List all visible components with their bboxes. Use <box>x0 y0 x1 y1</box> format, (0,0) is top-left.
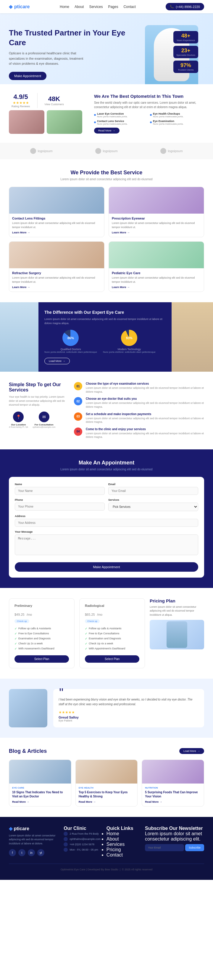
nav-about[interactable]: About <box>75 5 84 9</box>
message-textarea[interactable] <box>15 535 198 555</box>
logo-icon-2 <box>95 148 101 154</box>
footer-link-services[interactable]: Services <box>107 842 139 847</box>
services-select[interactable]: Pick Services <box>108 503 198 511</box>
service-name-4: Eye Examination <box>153 120 183 123</box>
step-icon-consultation: ✉ For Consultation opthalmo@example.com <box>32 412 56 428</box>
service-name-2: Eye Health Checkups <box>153 112 183 115</box>
check-icon: ✓ <box>14 647 17 650</box>
pricing-subtitle: Lorem ipsum dolor sit amet consectetur a… <box>150 605 204 617</box>
email-label: Email <box>108 483 198 486</box>
blog-card-1: Eye Care 10 Signs That Indicates You Nee… <box>9 760 71 807</box>
newsletter-email-input[interactable] <box>145 844 184 851</box>
blog-header: Blog & Articles Load More → <box>9 748 204 754</box>
social-youtube[interactable]: yt <box>37 849 44 856</box>
blog-article-title-3: 5 Surprising Foods That Can Improve Your… <box>145 790 201 799</box>
step-content-2: Choose an eye doctor that suits you Lore… <box>86 397 204 409</box>
appointment-submit-button[interactable]: Make Appointment <box>15 562 198 572</box>
footer-link-contact[interactable]: Contact <box>107 853 139 858</box>
services-subtitle: Lorem ipsum dolor sit amet consectetur a… <box>9 178 204 181</box>
blog-read-more-1[interactable]: Read More → <box>12 800 68 803</box>
learn-more-4[interactable]: Learn More → <box>112 286 201 289</box>
step-desc-1: Lorem ipsum dolor sit amet consectetur a… <box>86 386 204 393</box>
blog-article-title-1: 10 Signs That Indicates You Need to Visi… <box>12 790 68 799</box>
phone-input[interactable] <box>15 503 105 511</box>
service-card-title-1: Contact Lens Fittings <box>12 216 101 220</box>
read-more-button[interactable]: Read More → <box>94 127 120 134</box>
nav-pages[interactable]: Pages <box>108 5 118 9</box>
footer-newsletter-desc: Lorem ipsum dolor sit amet consectetur a… <box>145 831 204 842</box>
nav-services[interactable]: Services <box>89 5 102 9</box>
step-content-3: Set a schedule and make inspection payme… <box>86 412 204 424</box>
service-card-body-2: Prescription Eyewear Lorem ipsum dolor s… <box>109 213 204 237</box>
phone-field-group: Phone <box>15 498 105 511</box>
newsletter-form: Subscribe <box>145 844 204 851</box>
progress-sub-1: Nunc porta eleifend. sollicitudin diam p… <box>44 351 97 353</box>
logo[interactable]: ◆ pticare <box>9 4 30 10</box>
footer-quick-links: Quick Links Home About Services Pricing … <box>107 826 139 858</box>
nav-home[interactable]: Home <box>60 5 69 9</box>
footer-link-pricing[interactable]: Pricing <box>107 847 139 853</box>
rating-score: 4.9/5 <box>9 93 32 101</box>
footer-quick-links-title: Quick Links <box>107 826 139 831</box>
service-card-4: Pediatric Eye Care Lorem ipsum dolor sit… <box>109 241 204 292</box>
service-card-title-2: Prescription Eyewear <box>112 216 201 220</box>
social-twitter[interactable]: t <box>18 849 26 856</box>
logo-diamond: ◆ <box>9 4 13 10</box>
services-cards-grid: Contact Lens Fittings Lorem ipsum dolor … <box>9 187 204 292</box>
hero-description: Opticare is a professional healthcare cl… <box>9 51 86 67</box>
phone-number: (+44) 8996-2220 <box>176 5 200 9</box>
contact-dot <box>64 848 68 852</box>
plan-tag-2: Check up <box>85 619 100 623</box>
service-sub-1: Nunc porta malesuada porta. <box>97 115 128 118</box>
social-linkedin[interactable]: in <box>28 849 35 856</box>
learn-more-1[interactable]: Learn More → <box>12 231 101 234</box>
hero-cta-button[interactable]: Make Appointment <box>9 72 46 80</box>
footer-link-home[interactable]: Home <box>107 831 139 837</box>
newsletter-subscribe-button[interactable]: Subscribe <box>185 844 204 851</box>
testimonial-section: " I had been experiencing blurry vision … <box>0 679 213 738</box>
customers-label: View Customers <box>42 103 66 106</box>
footer-links-list: Home About Services Pricing Contact <box>107 831 139 858</box>
logo-2: logoipsum <box>95 148 117 154</box>
name-input[interactable] <box>15 487 105 495</box>
appointment-section: Make An Appointment Lorem ipsum dolor si… <box>0 449 213 588</box>
social-facebook[interactable]: f <box>9 849 16 856</box>
address-input[interactable] <box>15 519 198 527</box>
blog-img-2 <box>76 760 138 784</box>
footer-logo: ◆ pticare <box>9 826 58 831</box>
learn-more-3[interactable]: Learn More → <box>12 286 101 289</box>
difference-title: The Difference with Our Expert Eye Care <box>44 310 166 315</box>
services-label: Services <box>108 498 198 501</box>
address-label: Address <box>15 515 198 518</box>
phone-badge[interactable]: 📞 (+44) 8996-2220 <box>166 3 204 10</box>
load-more-button[interactable]: Load More → <box>44 358 70 364</box>
steps-icons: 📍 Our Location 4 Rood Ashby Pl, SA ✉ For… <box>9 412 68 428</box>
rating-score-box: 4.9/5 ★★★★★ Rating Reviews <box>9 93 32 108</box>
footer-bottom: Optimetrist Eye Care | Developed By Bew … <box>9 864 204 871</box>
service-item-1: Laser Eye Correction Nunc porta malesuad… <box>94 112 148 118</box>
blog-load-more-button[interactable]: Load More → <box>179 748 204 754</box>
blog-read-more-2[interactable]: Read More → <box>79 800 135 803</box>
progress-circle-1: 86% <box>62 330 79 346</box>
footer-rights: © 2025 All rights reserved <box>122 868 152 871</box>
select-plan-1-button[interactable]: Select Plan <box>14 655 69 663</box>
nav-contact[interactable]: Contact <box>123 5 136 9</box>
footer-clinic-title: Our Clinic <box>64 826 101 831</box>
progress-label-1: Qualified Doctors <box>44 348 97 351</box>
select-plan-2-button[interactable]: Select Plan <box>85 655 139 663</box>
service-sub-3: Nunc porta malesuada porta. <box>97 123 128 125</box>
message-field-group: Your Message <box>15 530 198 556</box>
step-2: 02 Choose an eye doctor that suits you L… <box>74 397 204 409</box>
hero-section: The Trusted Partner in Your Eye Care Opt… <box>0 13 213 84</box>
contact-dot <box>64 832 68 836</box>
check-icon: ✓ <box>85 647 87 650</box>
learn-more-2[interactable]: Learn More → <box>112 231 201 234</box>
email-input[interactable] <box>108 487 198 495</box>
consultation-sub: opthalmo@example.com <box>32 426 56 428</box>
service-card-desc-4: Lorem ipsum dolor sit amet consectetur a… <box>112 276 201 284</box>
plan-name-1: Preliminary <box>14 604 69 608</box>
blog-img-3 <box>142 760 204 784</box>
blog-read-more-3[interactable]: Read More → <box>145 800 201 803</box>
footer-link-about[interactable]: About <box>107 837 139 842</box>
step-desc-2: Lorem ipsum dolor sit amet consectetur a… <box>86 401 204 409</box>
